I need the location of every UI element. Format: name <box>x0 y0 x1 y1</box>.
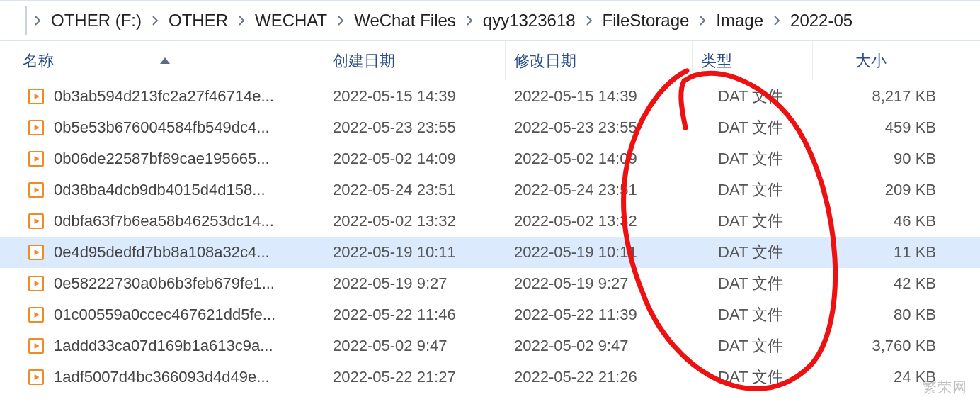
breadcrumb-item-label: WECHAT <box>255 11 327 30</box>
file-created: 2022-05-24 23:51 <box>324 181 506 199</box>
column-header-modified[interactable]: 修改日期 <box>506 41 693 80</box>
file-created: 2022-05-19 10:11 <box>324 243 506 262</box>
chevron-right-icon[interactable] <box>579 16 600 26</box>
table-row[interactable]: 01c00559a0ccec467621dd5fe...2022-05-22 1… <box>0 299 980 330</box>
file-name: 0b5e53b676004584fb549dc4... <box>54 118 324 137</box>
file-modified: 2022-05-22 11:39 <box>506 306 693 324</box>
chevron-right-icon[interactable] <box>27 16 48 26</box>
column-header-created-label: 创建日期 <box>333 50 395 72</box>
file-name: 0e58222730a0b6b3feb679fe1... <box>54 274 324 293</box>
breadcrumb-item[interactable]: FileStorage <box>600 1 693 40</box>
breadcrumb-item[interactable]: OTHER (F:) <box>48 1 144 40</box>
file-list: 0b3ab594d213fc2a27f46714e...2022-05-15 1… <box>0 81 980 393</box>
file-created: 2022-05-02 9:47 <box>324 337 506 355</box>
file-size: 209 KB <box>813 181 969 199</box>
file-modified: 2022-05-19 9:27 <box>506 274 693 293</box>
file-type: DAT 文件 <box>693 242 813 263</box>
file-size: 80 KB <box>813 306 969 324</box>
column-header-type[interactable]: 类型 <box>693 41 813 80</box>
file-type: DAT 文件 <box>693 117 813 138</box>
chevron-right-icon[interactable] <box>330 16 351 26</box>
breadcrumb-root-edge <box>7 6 27 35</box>
column-header-name[interactable]: 名称 <box>0 41 324 80</box>
file-modified: 2022-05-02 13:32 <box>506 212 693 230</box>
file-name: 0dbfa63f7b6ea58b46253dc14... <box>54 212 324 230</box>
chevron-right-icon[interactable] <box>144 16 166 26</box>
file-size: 11 KB <box>813 243 969 262</box>
breadcrumb-item[interactable]: Image <box>713 1 766 40</box>
file-size: 42 KB <box>813 274 969 293</box>
breadcrumb-item[interactable]: OTHER <box>166 1 231 40</box>
chevron-right-icon[interactable] <box>692 16 713 26</box>
chevron-right-icon[interactable] <box>459 16 480 26</box>
file-type: DAT 文件 <box>693 335 813 357</box>
file-name: 1addd33ca07d169b1a613c9a... <box>54 337 324 355</box>
file-modified: 2022-05-19 10:11 <box>506 243 693 262</box>
dat-file-icon <box>28 338 44 354</box>
file-size: 90 KB <box>813 150 969 168</box>
file-type: DAT 文件 <box>693 304 813 325</box>
file-modified: 2022-05-23 23:55 <box>506 118 693 137</box>
file-name: 0e4d95dedfd7bb8a108a32c4... <box>54 243 324 262</box>
file-modified: 2022-05-02 14:09 <box>506 150 693 168</box>
file-created: 2022-05-15 14:39 <box>324 87 506 106</box>
file-name: 01c00559a0ccec467621dd5fe... <box>54 306 324 324</box>
file-type: DAT 文件 <box>693 367 813 388</box>
table-row[interactable]: 0b5e53b676004584fb549dc4...2022-05-23 23… <box>0 112 980 143</box>
file-name: 1adf5007d4bc366093d4d49e... <box>54 368 324 386</box>
file-created: 2022-05-02 14:09 <box>324 150 506 168</box>
table-row[interactable]: 1addd33ca07d169b1a613c9a...2022-05-02 9:… <box>0 330 980 362</box>
dat-file-icon <box>28 89 44 104</box>
file-name: 0b06de22587bf89cae195665... <box>54 150 324 168</box>
table-row[interactable]: 0e58222730a0b6b3feb679fe1...2022-05-19 9… <box>0 268 980 299</box>
file-size: 459 KB <box>813 118 969 137</box>
dat-file-icon <box>28 120 44 135</box>
table-row[interactable]: 0b3ab594d213fc2a27f46714e...2022-05-15 1… <box>0 81 980 112</box>
column-header-type-label: 类型 <box>701 50 732 72</box>
file-created: 2022-05-23 23:55 <box>324 118 506 137</box>
table-row[interactable]: 0d38ba4dcb9db4015d4d158...2022-05-24 23:… <box>0 174 980 206</box>
chevron-right-icon[interactable] <box>766 16 787 26</box>
breadcrumb-item-label: qyy1323618 <box>483 11 576 30</box>
file-size: 8,217 KB <box>813 87 969 106</box>
table-row[interactable]: 0b06de22587bf89cae195665...2022-05-02 14… <box>0 143 980 174</box>
table-row[interactable]: 0dbfa63f7b6ea58b46253dc14...2022-05-02 1… <box>0 206 980 237</box>
column-header-name-label: 名称 <box>23 50 54 72</box>
dat-file-icon <box>28 307 44 323</box>
file-type: DAT 文件 <box>693 211 813 232</box>
breadcrumb-item-label: 2022-05 <box>790 11 853 30</box>
file-modified: 2022-05-15 14:39 <box>506 87 693 106</box>
column-headers: 名称 创建日期 修改日期 类型 大小 <box>0 41 980 81</box>
breadcrumb-item-label: FileStorage <box>603 11 690 30</box>
breadcrumb-item-label: Image <box>716 11 763 30</box>
dat-file-icon <box>28 276 44 291</box>
column-header-modified-label: 修改日期 <box>514 50 576 72</box>
file-created: 2022-05-02 13:32 <box>324 212 506 230</box>
file-modified: 2022-05-02 9:47 <box>506 337 693 355</box>
dat-file-icon <box>28 245 44 260</box>
dat-file-icon <box>28 369 44 385</box>
breadcrumb-item-label: OTHER <box>169 11 228 30</box>
dat-file-icon <box>28 151 44 167</box>
breadcrumb-bar[interactable]: OTHER (F:)OTHERWECHATWeChat Filesqyy1323… <box>0 0 980 41</box>
table-row[interactable]: 0e4d95dedfd7bb8a108a32c4...2022-05-19 10… <box>0 237 980 268</box>
watermark-text: 繁荣网 <box>923 378 967 397</box>
file-name: 0b3ab594d213fc2a27f46714e... <box>54 87 324 106</box>
file-modified: 2022-05-24 23:51 <box>506 181 693 199</box>
table-row[interactable]: 1adf5007d4bc366093d4d49e...2022-05-22 21… <box>0 362 980 393</box>
breadcrumb-item[interactable]: qyy1323618 <box>480 1 579 40</box>
column-header-created[interactable]: 创建日期 <box>324 41 506 80</box>
file-type: DAT 文件 <box>693 273 813 294</box>
file-modified: 2022-05-22 21:26 <box>506 368 693 386</box>
column-header-size[interactable]: 大小 <box>813 41 969 80</box>
breadcrumb-item[interactable]: WeChat Files <box>351 1 459 40</box>
file-size: 3,760 KB <box>813 337 969 355</box>
file-type: DAT 文件 <box>693 179 813 201</box>
breadcrumb-item[interactable]: 2022-05 <box>787 1 855 40</box>
sort-ascending-icon <box>160 57 170 64</box>
file-created: 2022-05-22 21:27 <box>324 368 506 386</box>
breadcrumb-item[interactable]: WECHAT <box>252 1 330 40</box>
file-name: 0d38ba4dcb9db4015d4d158... <box>54 181 324 199</box>
file-type: DAT 文件 <box>693 148 813 169</box>
chevron-right-icon[interactable] <box>231 16 252 26</box>
